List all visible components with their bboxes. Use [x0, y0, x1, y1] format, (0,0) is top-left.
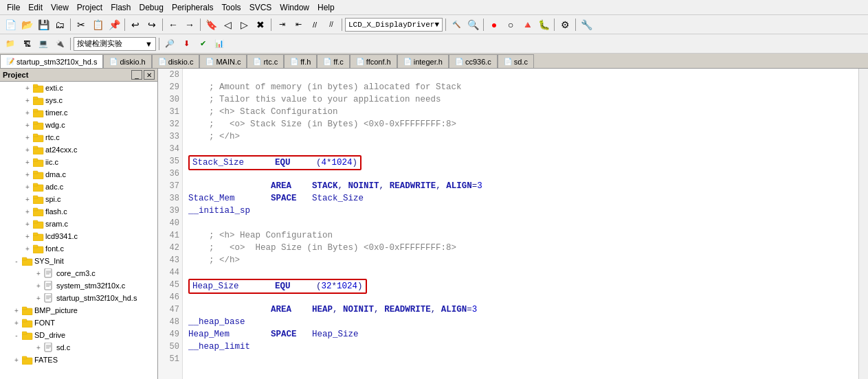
tree-item[interactable]: +FATES — [0, 354, 157, 366]
tree-item[interactable]: +rtc.c — [0, 131, 157, 143]
menu-help[interactable]: Help — [313, 1, 339, 14]
inspect-btn[interactable]: 🔎 — [162, 36, 177, 51]
tab-sd[interactable]: 📄 sd.c — [498, 54, 534, 68]
tree-toggle[interactable]: + — [22, 181, 33, 192]
tab-startup[interactable]: 📝 startup_stm32f10x_hd.s — [0, 54, 103, 69]
tab-ffconf[interactable]: 📄 ffconf.h — [350, 54, 397, 68]
next-bookmark-btn[interactable]: ▷ — [236, 17, 252, 32]
new-btn[interactable]: 📄 — [3, 17, 18, 32]
tree-item[interactable]: +font.c — [0, 242, 157, 255]
tab-cc936[interactable]: 📄 cc936.c — [449, 54, 498, 68]
redo-btn[interactable]: ↪ — [144, 17, 159, 32]
tree-item[interactable]: +core_cm3.c — [0, 267, 157, 279]
tree-item[interactable]: +sd.c — [0, 341, 157, 354]
tree-toggle[interactable]: + — [22, 194, 33, 205]
prev-bookmark-btn[interactable]: ◁ — [220, 17, 235, 32]
debug-btn[interactable]: 🐛 — [536, 17, 551, 32]
tree-toggle[interactable]: + — [11, 354, 22, 365]
tools2-btn[interactable]: 🔧 — [579, 17, 594, 32]
tree-item[interactable]: +lcd9341.c — [0, 230, 157, 242]
vertical-scrollbar[interactable] — [858, 69, 868, 379]
copy-btn[interactable]: 📋 — [90, 17, 105, 32]
tree-toggle[interactable]: + — [22, 169, 33, 180]
tab-ff-h[interactable]: 📄 ff.h — [284, 54, 317, 68]
step-btn[interactable]: 🔺 — [520, 17, 535, 32]
project-dropdown[interactable]: 按键检测实验 ▼ — [74, 37, 156, 51]
code-area[interactable]: 2829303132333435363738394041424344454647… — [158, 69, 868, 379]
tree-item[interactable]: +FONT — [0, 317, 157, 329]
tree-toggle[interactable]: + — [33, 342, 44, 353]
fwd-btn[interactable]: → — [182, 17, 197, 32]
menu-edit[interactable]: Edit — [24, 1, 47, 14]
tree-toggle[interactable]: + — [11, 305, 22, 316]
tree-item[interactable]: +sram.c — [0, 218, 157, 230]
tree-toggle[interactable]: - — [11, 330, 22, 341]
menu-debug[interactable]: Debug — [135, 1, 168, 14]
uncomment-btn[interactable]: // — [324, 17, 339, 32]
tree-item[interactable]: +spi.c — [0, 193, 157, 205]
unindent-btn[interactable]: ⇤ — [291, 17, 306, 32]
tree-toggle[interactable]: + — [22, 243, 33, 254]
menu-flash[interactable]: Flash — [107, 1, 135, 14]
save-all-btn[interactable]: 🗂 — [52, 17, 67, 32]
target-dropdown[interactable]: LCD_X_DisplayDriver ▼ — [345, 18, 443, 32]
indent-btn[interactable]: ⇥ — [274, 17, 289, 32]
tree-toggle[interactable]: + — [22, 119, 33, 130]
tree-toggle[interactable]: + — [22, 82, 33, 93]
tree-item[interactable]: -SD_drive — [0, 329, 157, 341]
menu-peripherals[interactable]: Peripherals — [168, 1, 218, 14]
back-btn[interactable]: ← — [166, 17, 181, 32]
tree-item[interactable]: +startup_stm32f10x_hd.s — [0, 292, 157, 304]
build2-btn[interactable]: 🏗 — [19, 36, 34, 51]
open-btn[interactable]: 📂 — [19, 17, 34, 32]
tree-toggle[interactable]: + — [11, 317, 22, 328]
undo-btn[interactable]: ↩ — [128, 17, 143, 32]
tab-ff-c[interactable]: 📄 ff.c — [317, 54, 349, 68]
clear-bookmark-btn[interactable]: ✖ — [253, 17, 268, 32]
tree-toggle[interactable]: + — [22, 218, 33, 229]
cut-btn[interactable]: ✂ — [74, 17, 89, 32]
tree-toggle[interactable]: + — [22, 206, 33, 217]
tab-main[interactable]: 📄 MAIN.c — [199, 54, 247, 68]
sim-btn[interactable]: 💻 — [36, 36, 51, 51]
menu-project[interactable]: Project — [73, 1, 107, 14]
tree-item[interactable]: +exti.c — [0, 82, 157, 94]
search-btn[interactable]: 🔍 — [465, 17, 480, 32]
tree-item[interactable]: +adc.c — [0, 181, 157, 193]
tab-rtc[interactable]: 📄 rtc.c — [247, 54, 284, 68]
tree-item[interactable]: +timer.c — [0, 106, 157, 119]
flash2-btn[interactable]: ⬇ — [179, 36, 194, 51]
tree-toggle[interactable]: + — [22, 144, 33, 155]
stop-btn[interactable]: ○ — [503, 17, 518, 32]
tree-item[interactable]: +flash.c — [0, 205, 157, 218]
tree-toggle[interactable]: + — [22, 95, 33, 106]
menu-svcs[interactable]: SVCS — [245, 1, 276, 14]
bookmark-btn[interactable]: 🔖 — [203, 17, 219, 32]
verify-btn[interactable]: ✔ — [195, 36, 210, 51]
save-btn[interactable]: 💾 — [36, 17, 51, 32]
menu-view[interactable]: View — [47, 1, 73, 14]
tree-item[interactable]: +wdg.c — [0, 119, 157, 131]
tree-toggle[interactable]: - — [11, 255, 22, 266]
tree-item[interactable]: +BMP_picture — [0, 304, 157, 317]
tree-toggle[interactable]: + — [22, 157, 33, 168]
tree-item[interactable]: +iic.c — [0, 156, 157, 168]
tree-item[interactable]: +dma.c — [0, 168, 157, 181]
build-btn[interactable]: 🔨 — [449, 17, 464, 32]
tab-diskio-h[interactable]: 📄 diskio.h — [103, 54, 151, 68]
tree-item[interactable]: -SYS_Init — [0, 255, 157, 267]
tree-item[interactable]: +system_stm32f10x.c — [0, 279, 157, 292]
tree-toggle[interactable]: + — [33, 292, 44, 303]
tree-item[interactable]: +sys.c — [0, 94, 157, 106]
tab-diskio-c[interactable]: 📄 diskio.c — [152, 54, 200, 68]
tree-toggle[interactable]: + — [22, 132, 33, 143]
chip-btn[interactable]: 🔌 — [52, 36, 67, 51]
options-btn[interactable]: ⚙ — [557, 17, 572, 32]
tree-item[interactable]: +at24cxx.c — [0, 143, 157, 156]
new2-btn[interactable]: 📁 — [3, 36, 18, 51]
tree-toggle[interactable]: + — [22, 107, 33, 118]
tree-container[interactable]: +exti.c+sys.c+timer.c+wdg.c+rtc.c+at24cx… — [0, 82, 157, 379]
run-btn[interactable]: ● — [487, 17, 502, 32]
paste-btn[interactable]: 📌 — [107, 17, 122, 32]
extra-btn[interactable]: 📊 — [212, 36, 227, 51]
